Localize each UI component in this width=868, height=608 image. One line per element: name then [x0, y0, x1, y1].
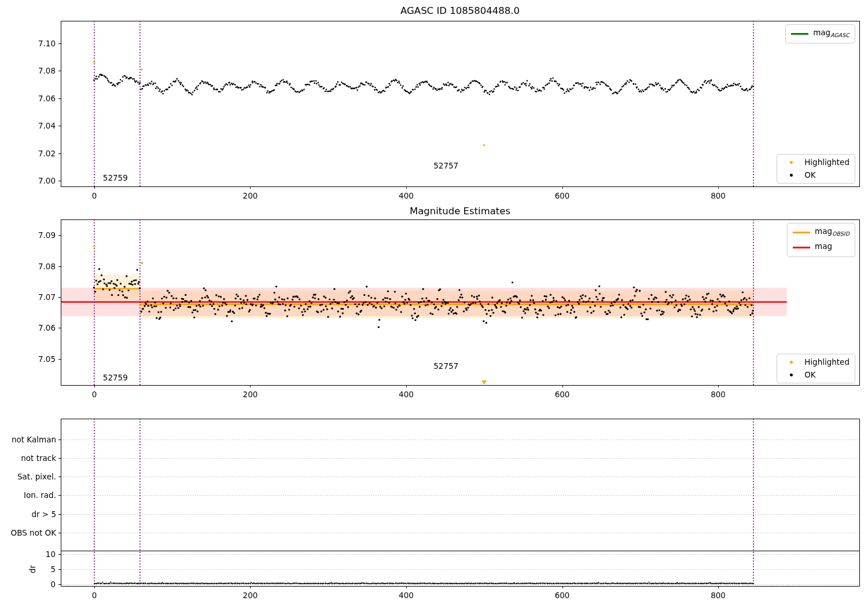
chart2-y-tick-label: 7.07 [38, 292, 56, 302]
chart1-x-tick-label: 800 [711, 191, 726, 200]
flag-category-label: dr > 5 [31, 510, 56, 519]
chart2-y-tick-label: 7.09 [38, 230, 56, 240]
legend-label: Highlighted [804, 357, 849, 367]
legend-label: mag [815, 241, 832, 254]
chart2-x-tick-label: 600 [555, 390, 570, 399]
chart2-legend-points: Highlighted OK [777, 354, 855, 383]
highlighted-dot-swatch [782, 361, 800, 364]
legend-label: magOBSID [815, 226, 849, 239]
flag-category-label: Ion. rad. [24, 490, 56, 500]
chart2-x-tick-label: 200 [243, 390, 258, 399]
legend-label: magAGASC [813, 28, 849, 40]
chart2-y-tick-label: 7.06 [38, 323, 56, 332]
legend-row-mag-obsid: magOBSID [793, 226, 849, 239]
dr-axis-label: dr [28, 565, 37, 573]
chart3-x-tick-label: 0 [92, 591, 97, 600]
chart2-y-tick-label: 7.05 [38, 354, 56, 364]
legend-label: OK [804, 370, 815, 380]
dr-tick-label: 10 [46, 550, 56, 559]
dr-tick-label: 0 [50, 580, 56, 589]
mag-agasc-line-swatch [791, 33, 808, 35]
plot-canvas [0, 0, 868, 608]
legend-row-highlighted: Highlighted [782, 357, 849, 367]
mag-obsid-line-swatch [793, 232, 810, 233]
chart1-x-tick-label: 0 [92, 191, 97, 200]
chart3-x-tick-label: 200 [243, 591, 258, 600]
chart2-x-tick-label: 800 [711, 390, 726, 399]
flag-category-label: Sat. pixel. [17, 472, 56, 481]
chart2-y-tick-label: 7.08 [38, 262, 56, 271]
chart1-y-tick-label: 7.02 [38, 149, 56, 158]
chart2-obsid-annotation-52757: 52757 [433, 361, 458, 371]
chart1-title: AGASC ID 1085804488.0 [400, 5, 520, 16]
chart2-x-tick-label: 400 [399, 390, 414, 399]
dr-tick-label: 5 [50, 565, 56, 574]
legend-label: Highlighted [804, 158, 849, 167]
chart3-x-tick-label: 600 [555, 591, 570, 600]
chart2-obsid-annotation-52759: 52759 [103, 373, 128, 382]
chart3-x-tick-label: 400 [399, 591, 414, 600]
flag-category-label: not track [21, 453, 56, 463]
chart1-y-tick-label: 7.10 [38, 39, 56, 48]
chart2-legend-lines: magOBSID mag [787, 223, 855, 257]
chart1-obsid-annotation-52757: 52757 [433, 161, 458, 170]
chart1-y-tick-label: 7.04 [38, 121, 56, 130]
legend-row-highlighted: Highlighted [782, 158, 849, 167]
flag-category-label: OBS not OK [11, 528, 56, 537]
highlighted-dot-swatch [782, 161, 800, 164]
ok-dot-swatch [782, 373, 800, 376]
figure-root: AGASC ID 1085804488.0 Magnitude Estimate… [0, 0, 868, 608]
flag-category-label: not Kalman [12, 435, 56, 444]
legend-row-ok: OK [782, 170, 849, 180]
chart1-legend-mag-agasc: magAGASC [785, 24, 855, 43]
chart1-y-tick-label: 7.06 [38, 94, 56, 103]
ok-dot-swatch [782, 174, 800, 177]
chart1-y-tick-label: 7.00 [38, 176, 56, 185]
chart2-x-tick-label: 0 [92, 390, 97, 399]
chart1-x-tick-label: 400 [399, 191, 414, 200]
chart2-title: Magnitude Estimates [410, 206, 510, 217]
chart1-legend-points: Highlighted OK [777, 154, 855, 184]
mag-line-swatch [793, 247, 810, 248]
legend-row-mag: mag [793, 241, 849, 254]
legend-label: OK [804, 170, 815, 180]
chart1-y-tick-label: 7.08 [38, 66, 56, 75]
legend-row-ok: OK [782, 370, 849, 380]
chart1-x-tick-label: 200 [243, 191, 258, 200]
chart1-obsid-annotation-52759: 52759 [103, 173, 128, 182]
legend-row-mag-agasc: magAGASC [791, 28, 849, 40]
chart3-x-tick-label: 800 [711, 591, 726, 600]
chart1-x-tick-label: 600 [555, 191, 570, 200]
